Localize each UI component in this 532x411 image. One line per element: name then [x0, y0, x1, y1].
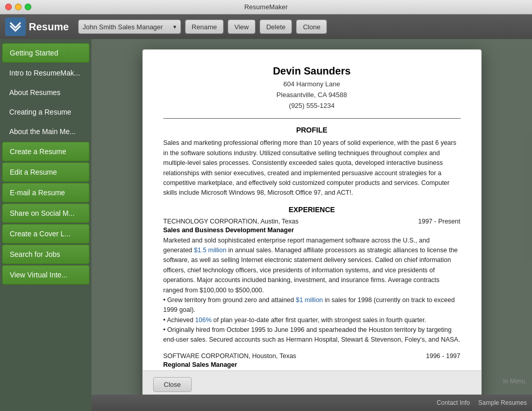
modal-content-scroll[interactable]: Devin Saunders 604 Harmony Lane Pleasant… — [143, 50, 481, 370]
dropdown-value: John Smith Sales Manager — [83, 23, 163, 31]
resume-name: Devin Saunders — [163, 65, 461, 77]
resume-address-line2: Pleasantville, CA 94588 — [163, 90, 461, 101]
close-modal-button[interactable]: Close — [153, 377, 192, 392]
rename-button[interactable]: Rename — [185, 20, 224, 34]
sidebar-item-create-cover[interactable]: Create a Cover L... — [2, 224, 89, 244]
window-controls[interactable] — [5, 4, 31, 10]
sidebar-item-edit-resume[interactable]: Edit a Resume — [2, 162, 89, 182]
resume-phone: (925) 555-1234 — [163, 101, 461, 111]
sidebar-item-about-resumes[interactable]: About Resumes — [2, 83, 89, 102]
window-title: ResumeMaker — [244, 3, 288, 11]
dropdown-arrow-icon: ▼ — [172, 24, 177, 30]
resume-divider — [163, 118, 461, 119]
highlight-2: $1 million — [296, 296, 323, 304]
content-area: Getting Started Intro to ResumeMak... Ab… — [0, 39, 532, 411]
logo-text: Resume — [29, 21, 69, 33]
contact-info-link[interactable]: Contact Info — [437, 399, 470, 406]
resume-preview-modal: Devin Saunders 604 Harmony Lane Pleasant… — [142, 49, 482, 399]
sidebar-item-intro[interactable]: Intro to ResumeMak... — [2, 64, 89, 82]
sidebar-item-search-jobs[interactable]: Search for Jobs — [2, 245, 89, 264]
logo-icon — [5, 17, 26, 36]
job-1-header: TECHNOLOGY CORPORATION, Austin, Texas 19… — [163, 218, 461, 225]
sidebar-item-virtual-interview[interactable]: View Virtual Inte... — [2, 265, 89, 285]
sidebar-item-getting-started[interactable]: Getting Started — [2, 43, 89, 63]
highlight-3: 106% — [195, 316, 212, 324]
resume-address: 604 Harmony Lane Pleasantville, CA 94588… — [163, 79, 461, 111]
job-2-company: SOFTWARE CORPORATION, Houston, Texas — [163, 352, 297, 360]
profile-section-title: PROFILE — [163, 126, 461, 134]
job-1-dates: 1997 - Present — [418, 218, 461, 225]
close-window-button[interactable] — [5, 4, 12, 10]
highlight-1: $1.5 million — [194, 247, 226, 254]
job-2-header: SOFTWARE CORPORATION, Houston, Texas 199… — [163, 352, 461, 360]
view-button[interactable]: View — [228, 20, 255, 34]
sidebar-item-create-resume[interactable]: Create a Resume — [2, 142, 89, 161]
experience-section-title: EXPERIENCE — [163, 206, 461, 214]
job-1-description: Marketed and sold sophisticated enterpri… — [163, 236, 461, 345]
delete-button[interactable]: Delete — [260, 20, 292, 34]
sidebar: Getting Started Intro to ResumeMak... Ab… — [0, 39, 91, 411]
sidebar-item-creating-resume[interactable]: Creating a Resume — [2, 103, 89, 121]
toolbar: Resume John Smith Sales Manager ▼ Rename… — [0, 14, 532, 39]
minimize-window-button[interactable] — [15, 4, 22, 10]
title-bar: ResumeMaker — [0, 0, 532, 14]
logo-area: Resume — [5, 17, 69, 36]
job-2-dates: 1996 - 1997 — [426, 352, 461, 360]
app-container: Resume John Smith Sales Manager ▼ Rename… — [0, 14, 532, 411]
sidebar-item-about-main[interactable]: About the Main Me... — [2, 122, 89, 141]
sidebar-item-email-resume[interactable]: E-mail a Resume — [2, 183, 89, 202]
sidebar-item-share-social[interactable]: Share on Social M... — [2, 203, 89, 223]
main-content: in Menu. Devin Saunders 604 Harmony Lane… — [91, 39, 532, 411]
resume-selector-dropdown[interactable]: John Smith Sales Manager ▼ — [78, 20, 181, 34]
maximize-window-button[interactable] — [25, 4, 31, 10]
sample-resumes-link[interactable]: Sample Resumes — [478, 399, 527, 406]
bottom-bar: Contact Info Sample Resumes — [91, 395, 532, 411]
modal-overlay: Devin Saunders 604 Harmony Lane Pleasant… — [91, 39, 532, 411]
profile-text: Sales and marketing professional offerin… — [163, 138, 461, 198]
clone-button[interactable]: Clone — [296, 20, 327, 34]
job-1-company: TECHNOLOGY CORPORATION, Austin, Texas — [163, 218, 299, 225]
job-2-title: Regional Sales Manager — [163, 361, 461, 368]
modal-footer: Close — [143, 370, 481, 398]
job-1-title: Sales and Business Development Manager — [163, 227, 461, 234]
resume-address-line1: 604 Harmony Lane — [163, 79, 461, 90]
